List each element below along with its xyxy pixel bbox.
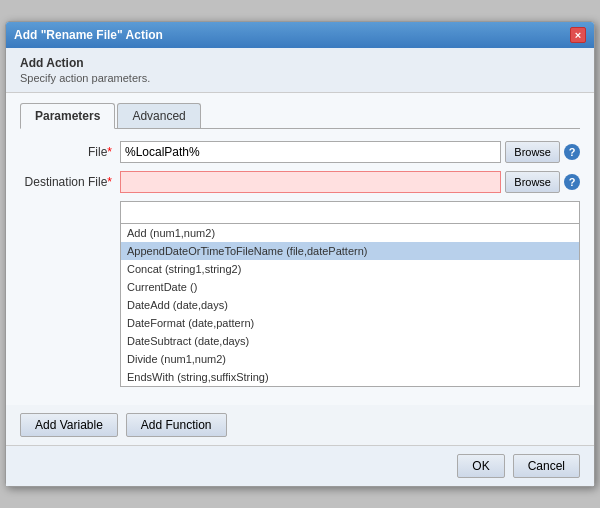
destination-browse-button[interactable]: Browse — [505, 171, 560, 193]
destination-help-icon[interactable]: ? — [564, 174, 580, 190]
cancel-button[interactable]: Cancel — [513, 454, 580, 478]
file-row: File* Browse ? — [20, 141, 580, 163]
add-function-button[interactable]: Add Function — [126, 413, 227, 437]
footer-action-buttons: Add Variable Add Function — [6, 405, 594, 445]
header-title: Add Action — [20, 56, 580, 70]
ok-button[interactable]: OK — [457, 454, 504, 478]
dialog-header: Add Action Specify action parameters. — [6, 48, 594, 93]
dropdown-item[interactable]: Divide (num1,num2) — [121, 350, 579, 368]
destination-file-input[interactable] — [120, 171, 501, 193]
dialog-titlebar: Add "Rename File" Action × — [6, 22, 594, 48]
function-dropdown-container: Add (num1,num2)AppendDateOrTimeToFileNam… — [120, 201, 580, 387]
dropdown-item[interactable]: EndsWith (string,suffixString) — [121, 368, 579, 386]
tab-bar: Parameters Advanced — [20, 103, 580, 129]
dialog-title: Add "Rename File" Action — [14, 28, 163, 42]
dropdown-item[interactable]: CurrentDate () — [121, 278, 579, 296]
tab-parameters[interactable]: Parameters — [20, 103, 115, 129]
header-subtitle: Specify action parameters. — [20, 72, 580, 84]
dropdown-item[interactable]: Add (num1,num2) — [121, 224, 579, 242]
file-label: File* — [20, 145, 120, 159]
dropdown-item[interactable]: AppendDateOrTimeToFileName (file,datePat… — [121, 242, 579, 260]
dialog-footer: OK Cancel — [6, 445, 594, 486]
file-browse-button[interactable]: Browse — [505, 141, 560, 163]
file-input[interactable] — [120, 141, 501, 163]
dropdown-item[interactable]: Concat (string1,string2) — [121, 260, 579, 278]
dialog-body: Parameters Advanced File* Browse ? Desti… — [6, 93, 594, 405]
dropdown-item[interactable]: DateAdd (date,days) — [121, 296, 579, 314]
function-search-input[interactable] — [120, 201, 580, 223]
dialog-window: Add "Rename File" Action × Add Action Sp… — [5, 21, 595, 487]
tab-advanced[interactable]: Advanced — [117, 103, 200, 128]
file-help-icon[interactable]: ? — [564, 144, 580, 160]
destination-file-label: Destination File* — [20, 175, 120, 189]
destination-file-row: Destination File* Browse ? — [20, 171, 580, 193]
function-dropdown-list[interactable]: Add (num1,num2)AppendDateOrTimeToFileNam… — [120, 223, 580, 387]
add-variable-button[interactable]: Add Variable — [20, 413, 118, 437]
dropdown-item[interactable]: DateFormat (date,pattern) — [121, 314, 579, 332]
close-button[interactable]: × — [570, 27, 586, 43]
dropdown-item[interactable]: DateSubtract (date,days) — [121, 332, 579, 350]
